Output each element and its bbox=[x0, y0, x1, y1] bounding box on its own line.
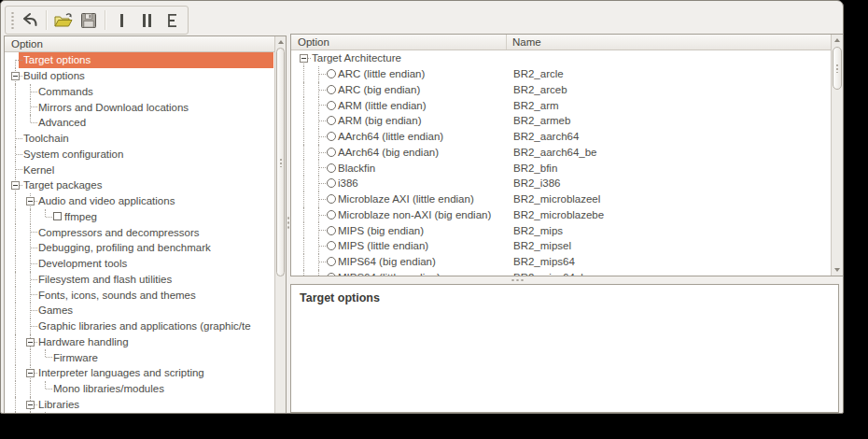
branch-connector bbox=[23, 256, 38, 272]
branch-connector bbox=[23, 115, 38, 131]
tree-item[interactable]: Libraries bbox=[8, 397, 273, 413]
tree-item[interactable]: Build options bbox=[8, 68, 273, 84]
name-column-header[interactable]: Name bbox=[507, 35, 831, 50]
toolbar-separator bbox=[105, 10, 105, 30]
save-button[interactable] bbox=[76, 8, 101, 33]
scroll-up-icon[interactable] bbox=[834, 38, 840, 42]
tree-item[interactable]: ffmpeg bbox=[8, 209, 273, 225]
collapse-toggle-icon[interactable] bbox=[26, 197, 35, 205]
tree-item[interactable]: Development tools bbox=[8, 256, 273, 272]
tree-item[interactable]: Fonts, icons, sounds and themes bbox=[8, 287, 273, 303]
branch-connector bbox=[8, 68, 23, 84]
tree-item[interactable]: Audio/Sound bbox=[8, 412, 273, 414]
tree-item[interactable]: MIPS (big endian)BR2_mips bbox=[297, 222, 830, 238]
tree-item[interactable]: Compressors and decompressors bbox=[8, 224, 273, 240]
radio-icon[interactable] bbox=[327, 69, 336, 78]
symbol-name: BR2_i386 bbox=[513, 176, 561, 191]
collapse-toggle-icon[interactable] bbox=[26, 338, 35, 347]
full-view-button[interactable] bbox=[160, 8, 185, 33]
tree-guide-line bbox=[297, 113, 312, 129]
tree-item[interactable]: AArch64 (little endian)BR2_aarch64 bbox=[297, 129, 830, 145]
symbol-name: BR2_arcle bbox=[513, 66, 564, 82]
tree-item[interactable]: Firmware bbox=[8, 349, 273, 365]
horizontal-splitter[interactable] bbox=[511, 278, 525, 282]
back-arrow-icon bbox=[21, 12, 39, 29]
collapse-toggle-icon[interactable] bbox=[26, 401, 35, 409]
single-view-button[interactable] bbox=[109, 8, 134, 33]
tree-item[interactable]: Target Architecture bbox=[297, 50, 830, 66]
radio-icon[interactable] bbox=[327, 257, 336, 266]
tree-item[interactable]: MIPS (little endian)BR2_mipsel bbox=[297, 238, 830, 254]
tree-guide-line bbox=[297, 145, 312, 161]
tree-item[interactable]: Microblaze AXI (little endian)BR2_microb… bbox=[297, 191, 830, 207]
tree-item[interactable]: Games bbox=[8, 303, 273, 319]
tree-item[interactable]: Audio and video applications bbox=[8, 193, 273, 209]
option-column-header[interactable]: Option bbox=[291, 35, 507, 50]
radio-icon[interactable] bbox=[327, 85, 336, 94]
branch-connector bbox=[297, 50, 312, 66]
tree-item[interactable]: MIPS64 (big endian)BR2_mips64 bbox=[297, 254, 830, 270]
collapse-toggle-icon[interactable] bbox=[11, 181, 20, 190]
radio-icon[interactable] bbox=[327, 178, 336, 188]
right-scrollbar-thumb[interactable] bbox=[833, 47, 842, 90]
tree-item[interactable]: ARM (big endian)BR2_armeb bbox=[297, 113, 830, 129]
tree-item-label: i386 bbox=[338, 177, 358, 189]
tree-item[interactable]: Target packages bbox=[8, 177, 273, 193]
tree-item[interactable]: ARM (little endian)BR2_arm bbox=[297, 97, 830, 113]
tree-item[interactable]: Microblaze non-AXI (big endian)BR2_micro… bbox=[297, 207, 830, 223]
radio-icon[interactable] bbox=[327, 194, 336, 204]
tree-item[interactable]: Toolchain bbox=[8, 131, 273, 147]
tree-item[interactable]: Advanced bbox=[8, 115, 273, 131]
radio-icon[interactable] bbox=[327, 241, 336, 250]
split-view-button[interactable] bbox=[134, 8, 160, 33]
branch-connector bbox=[38, 381, 53, 397]
branch-connector bbox=[38, 349, 53, 365]
tree-item[interactable]: AArch64 (big endian)BR2_aarch64_be bbox=[297, 145, 830, 161]
tree-item[interactable]: Hardware handling bbox=[8, 334, 273, 350]
option-column-header[interactable]: Option bbox=[5, 36, 274, 51]
tree-item[interactable]: Filesystem and flash utilities bbox=[8, 272, 273, 288]
open-button[interactable] bbox=[50, 8, 76, 33]
tree-item[interactable]: Kernel bbox=[8, 162, 273, 177]
left-column-header[interactable]: Option bbox=[5, 36, 274, 52]
tree-item[interactable]: MIPS64 (little endian)BR2_mips64el bbox=[297, 270, 830, 276]
left-scrollbar-thumb[interactable] bbox=[276, 48, 285, 276]
tree-item-label: Fonts, icons, sounds and themes bbox=[38, 290, 196, 301]
tree-item-label: AArch64 (little endian) bbox=[338, 131, 443, 142]
tree-item[interactable]: Target options bbox=[8, 52, 273, 68]
scroll-down-icon[interactable] bbox=[834, 268, 840, 272]
scroll-up-icon[interactable] bbox=[278, 40, 284, 44]
radio-icon[interactable] bbox=[327, 226, 336, 235]
tree-item[interactable]: Graphic libraries and applications (grap… bbox=[8, 319, 273, 334]
tree-item-label: Libraries bbox=[38, 399, 79, 410]
radio-icon[interactable] bbox=[327, 148, 336, 157]
radio-icon[interactable] bbox=[327, 163, 336, 173]
radio-icon[interactable] bbox=[327, 132, 336, 141]
tree-item[interactable]: i386BR2_i386 bbox=[297, 176, 830, 191]
tree-item[interactable]: ARC (big endian)BR2_arceb bbox=[297, 82, 830, 98]
radio-icon[interactable] bbox=[327, 273, 336, 276]
back-button[interactable] bbox=[17, 8, 42, 33]
tree-item-label: Build options bbox=[23, 70, 85, 81]
symbol-name: BR2_aarch64 bbox=[513, 129, 579, 145]
toolbar-grip[interactable] bbox=[10, 11, 15, 30]
tree-item[interactable]: BlackfinBR2_bfin bbox=[297, 160, 830, 176]
collapse-toggle-icon[interactable] bbox=[26, 369, 35, 377]
tree-item[interactable]: Mono libraries/modules bbox=[8, 381, 273, 397]
collapse-toggle-icon[interactable] bbox=[300, 54, 308, 63]
tree-item[interactable]: Commands bbox=[8, 84, 273, 100]
tree-item[interactable]: Mirrors and Download locations bbox=[8, 99, 273, 115]
branch-connector bbox=[312, 160, 327, 176]
radio-icon[interactable] bbox=[327, 116, 336, 125]
collapse-toggle-icon[interactable] bbox=[11, 72, 20, 80]
left-vertical-scrollbar[interactable] bbox=[274, 36, 286, 414]
radio-icon[interactable] bbox=[327, 101, 336, 110]
tree-item[interactable]: Debugging, profiling and benchmark bbox=[8, 240, 273, 256]
tree-guide-line bbox=[8, 209, 23, 225]
tree-item[interactable]: Interpreter languages and scripting bbox=[8, 365, 273, 381]
checkbox-icon[interactable] bbox=[53, 212, 62, 220]
radio-icon[interactable] bbox=[327, 210, 336, 220]
tree-item[interactable]: System configuration bbox=[8, 147, 273, 163]
tree-item[interactable]: ARC (little endian)BR2_arcle bbox=[297, 66, 830, 82]
right-vertical-scrollbar[interactable] bbox=[831, 35, 843, 276]
